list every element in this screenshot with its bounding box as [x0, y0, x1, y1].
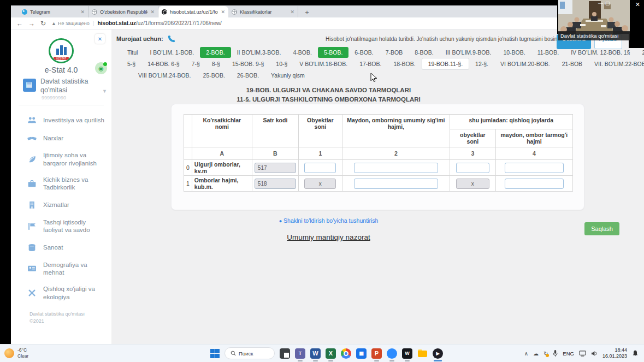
tray-chevron-up-icon[interactable]: ∧: [524, 351, 528, 357]
org-selector[interactable]: Davlat statistika qo'mitasi ▼: [11, 74, 111, 94]
value-input[interactable]: [456, 163, 490, 173]
tab-close-icon[interactable]: ✕: [221, 9, 225, 15]
chapter-tab[interactable]: 6-BOB.: [348, 47, 379, 58]
form-table: Ko'rsatkichlar nomiSatr kodiObyektlar so…: [184, 114, 573, 192]
chapter-tab[interactable]: Titul: [121, 47, 144, 58]
back-icon[interactable]: ←: [16, 20, 23, 27]
teams-icon[interactable]: T: [295, 348, 305, 359]
scrollbar-handle[interactable]: [565, 181, 571, 189]
value-input[interactable]: [505, 163, 564, 173]
chapter-tab[interactable]: 17-BOB.: [353, 58, 387, 69]
chapter-tab[interactable]: 21-BOB: [556, 58, 588, 69]
language-indicator[interactable]: ENG: [563, 351, 574, 357]
browser-tab[interactable]: Telegram✕: [19, 6, 88, 17]
taskbar-search[interactable]: Поиск: [224, 347, 275, 359]
chapter-tab[interactable]: 18-BOB.: [387, 58, 421, 69]
chapter-tab[interactable]: 14-BOB. 6-§: [141, 58, 185, 69]
folder-icon[interactable]: [417, 348, 428, 359]
chapter-tab[interactable]: 10-§: [270, 58, 293, 69]
value-input[interactable]: [354, 179, 438, 189]
chapter-tab[interactable]: II BO'LIM.3-BOB.: [231, 47, 287, 58]
chapter-tab[interactable]: VII. BO'LIM.22-BOB.: [588, 58, 644, 69]
phone-icon[interactable]: [168, 35, 175, 43]
excel-icon[interactable]: X: [326, 348, 336, 359]
value-input[interactable]: [304, 163, 336, 173]
chapter-tab[interactable]: 10-BOB.: [497, 47, 531, 58]
chapter-tab[interactable]: 8-§: [206, 58, 226, 69]
chapter-tab[interactable]: 12-§.: [469, 58, 494, 69]
chapter-tab[interactable]: 7-§: [186, 58, 206, 69]
sidebar-item-narxlar[interactable]: Narxlar: [11, 129, 111, 147]
start-button[interactable]: [210, 349, 220, 358]
tab-close-icon[interactable]: ✕: [150, 9, 155, 15]
chapter-tab[interactable]: 5-BOB.: [318, 47, 348, 58]
not-secure-badge[interactable]: ▲Не защищено: [51, 21, 90, 26]
powerpoint-icon[interactable]: P: [371, 348, 382, 359]
chapter-tab[interactable]: Yakuniy qism: [265, 70, 311, 81]
notification-bell-icon[interactable]: [95, 62, 107, 74]
chapter-tab[interactable]: 2-BOB.: [200, 47, 231, 58]
blue-circle-app-icon[interactable]: [387, 348, 397, 359]
chapter-tab[interactable]: 25-BOB.: [197, 70, 231, 81]
chapter-tab[interactable]: V BO'LIM.16-BOB.: [293, 58, 353, 69]
sidebar: ✕ UZSTAT e-Stat 4.0 Davlat statistika qo…: [11, 29, 111, 344]
network-display-icon[interactable]: [579, 351, 586, 357]
column-letter: 4: [495, 147, 572, 160]
chapter-tab[interactable]: III BO'LIM.9-BOB.: [440, 47, 498, 58]
weather-icon: [4, 348, 14, 358]
notification-bell-tray-icon[interactable]: [632, 350, 639, 357]
sidebar-item-label: Investitsiya va qurilish: [43, 116, 104, 124]
new-tab-button[interactable]: +: [302, 7, 312, 17]
chapter-tab[interactable]: 15-BOB. 9-§: [226, 58, 270, 69]
chapter-tab[interactable]: 5-§: [121, 58, 141, 69]
clock[interactable]: 18:44 16.01.2023: [602, 347, 627, 360]
weather-widget[interactable]: -6°CClear: [0, 347, 115, 359]
media-player-icon[interactable]: ▶: [433, 348, 443, 359]
address-bar[interactable]: ▲Не защищено | hisobot.stat.uz/uz/1/form…: [51, 20, 222, 26]
sidebar-item-investitsiya-va-qurilish[interactable]: Investitsiya va qurilish: [11, 111, 111, 129]
browser-tab[interactable]: O'zbekiston Respublikasi Davlat:✕: [88, 6, 158, 17]
satr-kodi-field: 518: [255, 179, 296, 189]
chapter-tab[interactable]: 19-BOB.11-§.: [422, 58, 469, 70]
chapter-tab[interactable]: 7-BOB: [380, 47, 409, 58]
tab-title: Klassifikatorlar: [240, 9, 287, 15]
save-button[interactable]: Saqlash: [584, 222, 619, 235]
onedrive-cloud-icon[interactable]: ☁: [533, 351, 539, 357]
forward-icon[interactable]: →: [28, 20, 35, 27]
sidebar-item-demografiya-va-mehnat[interactable]: Demografiya va mehnat: [11, 257, 111, 281]
sidebar-item-tashqi-iqtisodiy-faoliyat-va-savdo[interactable]: Tashqi iqtisodiy faoliyat va savdo: [11, 214, 111, 239]
value-input[interactable]: [505, 179, 564, 189]
sync-icon[interactable]: ↻: [543, 351, 548, 357]
chrome-icon[interactable]: [341, 348, 351, 359]
speaker-icon[interactable]: [591, 351, 598, 357]
chapter-tab[interactable]: VIII BO'LIM.24-BOB.: [132, 70, 197, 81]
webex-icon[interactable]: W: [402, 348, 412, 359]
tab-close-icon[interactable]: ✕: [80, 9, 85, 15]
microphone-icon[interactable]: [553, 350, 558, 357]
tab-close-icon[interactable]: ✕: [290, 9, 294, 15]
sidebar-item-kichik-biznes-va-tadbirkorlik[interactable]: Kichik biznes va Tadbirkorlik: [11, 171, 111, 196]
close-icon[interactable]: ✕: [635, 1, 640, 8]
chapter-tab[interactable]: VI BO'LIM.20-BOB.: [494, 58, 556, 69]
word-icon[interactable]: W: [310, 348, 321, 359]
sidebar-item-ijtimoiy-soha-va-barqaror-rivojlanish[interactable]: Ijtimoiy soha va barqaror rivojlanish: [11, 147, 111, 171]
fill-help-link[interactable]: ● Shaklni to'ldirish bo'yicha tushuntiri…: [111, 217, 546, 224]
video-minimize-icon[interactable]: —▢: [598, 1, 612, 6]
browser-tab[interactable]: Klassifikatorlar✕: [228, 6, 298, 17]
chapter-tab[interactable]: 4-BOB.: [287, 47, 317, 58]
chapter-tab[interactable]: 26-BOB.: [231, 70, 265, 81]
desktop-icon[interactable]: [280, 348, 290, 359]
logic-control-link[interactable]: Umumiy mantiqiy nazorat: [111, 233, 546, 241]
sidebar-item-qishloq-xo-jaligi-va-ekologiya[interactable]: Qishloq xo'jaligi va ekologiya: [11, 281, 111, 305]
sidebar-item-sanoat[interactable]: Sanoat: [11, 239, 111, 257]
sidebar-close-icon[interactable]: ✕: [95, 34, 105, 44]
video-call-thumbnail[interactable]: [558, 0, 630, 34]
value-input[interactable]: [354, 163, 438, 173]
chapter-tab[interactable]: 2-§: [636, 47, 644, 58]
browser-tab[interactable]: hisobot.stat.uz/uz/1/forms/206/:✕: [158, 6, 228, 17]
chapter-tab[interactable]: I BO'LIM. 1-BOB.: [144, 47, 200, 58]
refresh-icon[interactable]: ↻: [40, 20, 46, 27]
chapter-tab[interactable]: 8-BOB.: [409, 47, 439, 58]
sidebar-item-xizmatlar[interactable]: Xizmatlar: [11, 196, 111, 214]
grid-app-icon[interactable]: ▦: [356, 348, 367, 359]
